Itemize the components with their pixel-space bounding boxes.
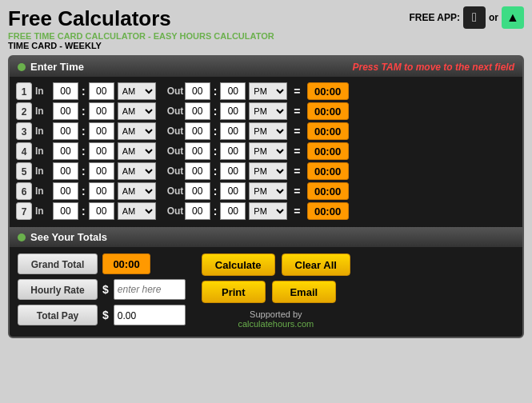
email-button[interactable]: Email xyxy=(272,281,336,303)
out-hour-6[interactable] xyxy=(185,182,210,200)
out-min-2[interactable] xyxy=(220,102,246,120)
time-row: 4 In : AMPM Out : AMPM = 00:00 xyxy=(16,142,516,160)
out-ampm-3[interactable]: AMPM xyxy=(249,122,287,140)
supported-block: Supported by calculatehours.com xyxy=(202,309,350,329)
clear-all-button[interactable]: Clear All xyxy=(282,253,350,276)
in-label-6: In xyxy=(35,186,50,197)
result-5: 00:00 xyxy=(307,162,349,180)
row-num-1: 1 xyxy=(16,82,32,100)
in-min-2[interactable] xyxy=(89,102,114,120)
in-label-7: In xyxy=(35,205,50,217)
in-hour-3[interactable] xyxy=(53,122,78,140)
in-hour-1[interactable] xyxy=(53,82,78,100)
out-ampm-4[interactable]: AMPM xyxy=(249,142,287,160)
subtitle-green: FREE TIME CARD CALCULATOR - EASY HOURS C… xyxy=(8,31,274,41)
out-hour-2[interactable] xyxy=(185,102,210,120)
apple-icon[interactable]:  xyxy=(463,6,486,29)
out-hour-7[interactable] xyxy=(185,202,210,220)
in-min-3[interactable] xyxy=(89,122,114,140)
totals-header: See Your Totals xyxy=(10,227,522,247)
out-label-5: Out xyxy=(167,166,182,177)
in-min-1[interactable] xyxy=(89,82,114,100)
page-title: Free Calculators xyxy=(8,6,274,31)
green-dot-enter xyxy=(18,63,26,71)
in-ampm-3[interactable]: AMPM xyxy=(118,122,156,140)
grand-total-value: 00:00 xyxy=(102,253,150,274)
row-num-2: 2 xyxy=(16,102,32,120)
green-dot-totals xyxy=(18,233,26,241)
out-hour-3[interactable] xyxy=(185,122,210,140)
row-num-6: 6 xyxy=(16,182,32,200)
out-label-1: Out xyxy=(167,86,182,97)
press-tab-hint: Press TAM to move to the next field xyxy=(353,62,514,73)
in-label-5: In xyxy=(35,166,50,177)
out-hour-4[interactable] xyxy=(185,142,210,160)
out-ampm-6[interactable]: AMPM xyxy=(249,182,287,200)
totals-title: See Your Totals xyxy=(30,231,107,243)
result-7: 00:00 xyxy=(307,202,349,220)
out-min-4[interactable] xyxy=(220,142,246,160)
in-ampm-5[interactable]: AMPM xyxy=(118,162,156,180)
out-min-7[interactable] xyxy=(220,202,246,220)
in-ampm-6[interactable]: AMPM xyxy=(118,182,156,200)
in-hour-7[interactable] xyxy=(53,202,78,220)
result-2: 00:00 xyxy=(307,102,349,120)
supported-link[interactable]: calculatehours.com xyxy=(238,319,314,329)
out-min-6[interactable] xyxy=(220,182,246,200)
in-min-4[interactable] xyxy=(89,142,114,160)
in-hour-6[interactable] xyxy=(53,182,78,200)
time-row: 5 In : AMPM Out : AMPM = 00:00 xyxy=(16,162,516,180)
enter-time-header-left: Enter Time xyxy=(18,61,84,73)
free-app-label: FREE APP: xyxy=(409,12,460,23)
result-1: 00:00 xyxy=(307,82,349,100)
total-pay-label: Total Pay xyxy=(18,305,98,325)
result-3: 00:00 xyxy=(307,122,349,140)
out-min-1[interactable] xyxy=(220,82,246,100)
result-4: 00:00 xyxy=(307,142,349,160)
out-ampm-7[interactable]: AMPM xyxy=(249,202,287,220)
time-row: 2 In : AMPM Out : AMPM = 00:00 xyxy=(16,102,516,120)
out-hour-5[interactable] xyxy=(185,162,210,180)
hourly-rate-input[interactable] xyxy=(114,279,186,300)
out-min-3[interactable] xyxy=(220,122,246,140)
in-ampm-7[interactable]: AMPM xyxy=(118,202,156,220)
time-row: 1 In : AMPM Out : AMPM = 00:00 xyxy=(16,82,516,100)
hourly-rate-label: Hourly Rate xyxy=(18,279,98,300)
android-icon[interactable]: ▲ xyxy=(502,6,524,29)
in-ampm-1[interactable]: AMPM xyxy=(118,82,156,100)
time-row: 3 In : AMPM Out : AMPM = 00:00 xyxy=(16,122,516,140)
out-ampm-1[interactable]: AMPM xyxy=(249,82,287,100)
in-hour-2[interactable] xyxy=(53,102,78,120)
in-ampm-2[interactable]: AMPM xyxy=(118,102,156,120)
in-ampm-4[interactable]: AMPM xyxy=(118,142,156,160)
out-label-6: Out xyxy=(167,186,182,197)
out-ampm-2[interactable]: AMPM xyxy=(249,102,287,120)
enter-time-header: Enter Time Press TAM to move to the next… xyxy=(10,57,522,77)
grand-total-label: Grand Total xyxy=(18,253,98,274)
in-min-7[interactable] xyxy=(89,202,114,220)
grand-total-row: Grand Total 00:00 xyxy=(18,253,186,274)
out-label-7: Out xyxy=(167,205,182,217)
total-pay-row: Total Pay $ 0.00 xyxy=(18,305,186,325)
in-min-6[interactable] xyxy=(89,182,114,200)
out-hour-1[interactable] xyxy=(185,82,210,100)
time-row: 6 In : AMPM Out : AMPM = 00:00 xyxy=(16,182,516,200)
title-block: Free Calculators FREE TIME CARD CALCULAT… xyxy=(8,6,274,50)
in-label-4: In xyxy=(35,146,50,157)
totals-body: Grand Total 00:00 Hourly Rate $ Total Pa… xyxy=(10,247,522,337)
in-label-2: In xyxy=(35,106,50,117)
out-label-3: Out xyxy=(167,126,182,137)
in-hour-5[interactable] xyxy=(53,162,78,180)
in-label-3: In xyxy=(35,126,50,137)
enter-time-title: Enter Time xyxy=(30,61,84,73)
dollar-sign-1: $ xyxy=(102,283,109,296)
out-min-5[interactable] xyxy=(220,162,246,180)
time-row: 7 In : AMPM Out : AMPM = 00:00 xyxy=(16,202,516,220)
in-min-5[interactable] xyxy=(89,162,114,180)
calculate-button[interactable]: Calculate xyxy=(202,253,275,276)
in-hour-4[interactable] xyxy=(53,142,78,160)
subtitle-black: TIME CARD - WEEKLY xyxy=(8,41,274,50)
out-ampm-5[interactable]: AMPM xyxy=(249,162,287,180)
totals-left: Grand Total 00:00 Hourly Rate $ Total Pa… xyxy=(18,253,186,329)
print-button[interactable]: Print xyxy=(202,281,266,303)
